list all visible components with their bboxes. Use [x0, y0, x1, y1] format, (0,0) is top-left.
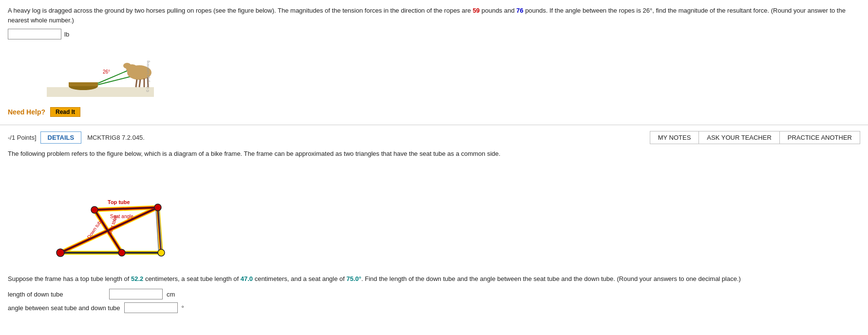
svg-rect-0 [47, 87, 154, 97]
horse-image: 26° © Cengage Learning [47, 43, 154, 98]
svg-line-9 [136, 79, 137, 87]
svg-point-35 [154, 204, 161, 211]
suppose-text-3: centimeters, and a seat angle of [253, 275, 346, 282]
down-tube-input[interactable] [109, 289, 163, 299]
suppose-text-1: Suppose the frame has a top tube length … [8, 275, 131, 282]
svg-point-34 [91, 206, 98, 213]
header-actions: MY NOTES ASK YOUR TEACHER PRACTICE ANOTH… [650, 131, 860, 144]
answer-row-angle: angle between seat tube and down tube ° [8, 302, 860, 313]
svg-rect-2 [69, 82, 98, 86]
answer-row-1: lb [8, 29, 860, 39]
tension2-value: 76 [516, 7, 523, 14]
ask-teacher-button[interactable]: ASK YOUR TEACHER [698, 131, 779, 144]
my-notes-button[interactable]: MY NOTES [650, 131, 699, 144]
problem-id: MCKTRIG8 7.2.045. [87, 134, 145, 141]
section-1: A heavy log is dragged across the ground… [0, 0, 868, 125]
top-tube-label: Top tube [108, 199, 130, 205]
unit-cm: cm [167, 291, 175, 298]
horse-svg: 26° © Cengage Learning [47, 43, 154, 97]
need-help-row: Need Help? Read It [8, 107, 860, 117]
points-label: -/1 Points] [8, 134, 37, 141]
tension1-value: 59 [472, 7, 479, 14]
answer-input-1[interactable] [8, 29, 61, 39]
suppose-text-4: . Find the length of the down tube and t… [361, 275, 741, 282]
answer-grid: length of down tube cm angle between sea… [8, 289, 860, 313]
suppose-text-2: centimeters, a seat tube length of [143, 275, 240, 282]
seat-tube-val: 47.0 [241, 275, 253, 282]
problem-text-1: A heavy log is dragged across the ground… [8, 6, 860, 25]
top-tube-val: 52.2 [131, 275, 143, 282]
problem-header: -/1 Points] DETAILS MCKTRIG8 7.2.045. MY… [8, 131, 860, 144]
answer-label-1: length of down tube [8, 291, 105, 298]
answer-label-2: angle between seat tube and down tube [8, 304, 120, 312]
unit-label-1: lb [64, 31, 69, 38]
bike-svg: Top tube Seat angle Seat tube Down tube [18, 164, 203, 266]
unit-deg: ° [182, 304, 184, 312]
seat-angle-val: 75.0° [346, 275, 361, 282]
svg-point-37 [158, 249, 165, 256]
bike-diagram: Top tube Seat angle Seat tube Down tube [18, 164, 203, 267]
problem-desc: The following problem refers to the figu… [8, 149, 860, 159]
svg-point-8 [123, 63, 131, 69]
problem-text-before: A heavy log is dragged across the ground… [8, 7, 472, 14]
suppose-text: Suppose the frame has a top tube length … [8, 274, 860, 284]
read-it-button[interactable]: Read It [50, 107, 80, 117]
svg-point-36 [118, 249, 125, 256]
answer-row-down-tube: length of down tube cm [8, 289, 860, 299]
problem-text-mid: pounds and [480, 7, 516, 14]
angle-input[interactable] [124, 302, 178, 313]
svg-text:© Cengage Learning: © Cengage Learning [146, 60, 150, 92]
section-2: -/1 Points] DETAILS MCKTRIG8 7.2.045. MY… [0, 125, 868, 321]
practice-another-button[interactable]: PRACTICE ANOTHER [779, 131, 860, 144]
svg-line-10 [139, 79, 140, 87]
details-button[interactable]: DETAILS [40, 131, 82, 144]
svg-text:26°: 26° [103, 69, 110, 74]
need-help-label: Need Help? [8, 108, 45, 116]
svg-point-33 [57, 249, 64, 257]
